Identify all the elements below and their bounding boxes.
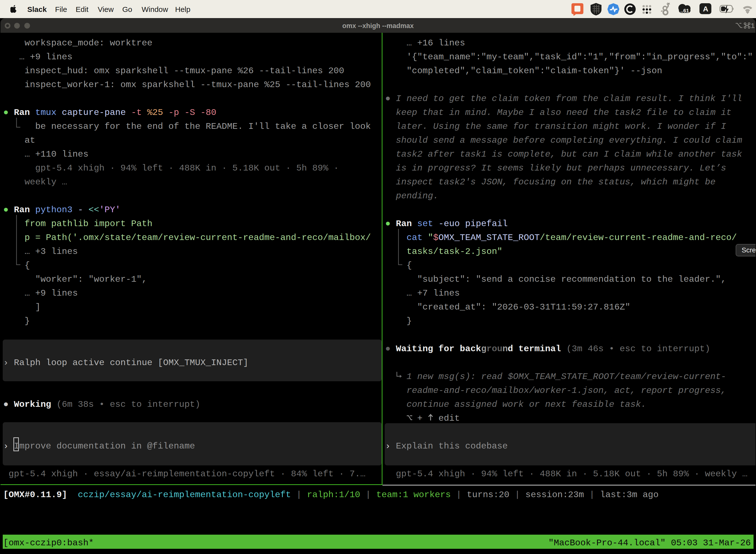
svg-text:..61: ..61	[680, 8, 689, 13]
svg-text:1: 1	[751, 22, 755, 30]
svg-text:A: A	[703, 5, 708, 13]
